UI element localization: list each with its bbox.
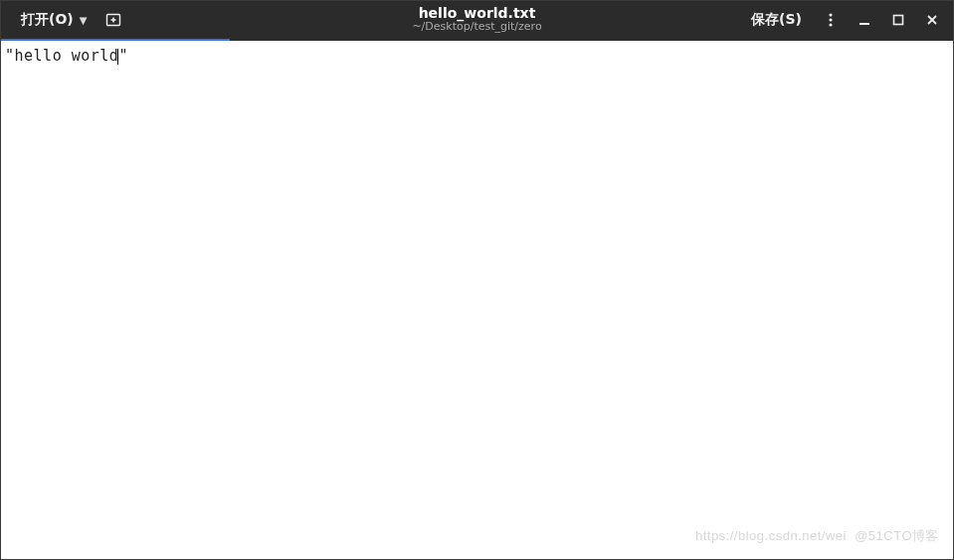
file-path: ~/Desktop/test_git/zero: [412, 22, 541, 34]
maximize-button[interactable]: [883, 6, 913, 34]
gedit-window: 打开(O) ▼ hello_world.txt ~/Desktop/test_g…: [0, 0, 954, 560]
chevron-down-icon: ▼: [80, 15, 88, 26]
titlebar-center: hello_world.txt ~/Desktop/test_git/zero: [412, 6, 541, 33]
close-icon: [925, 13, 939, 27]
title-bar: 打开(O) ▼ hello_world.txt ~/Desktop/test_g…: [1, 1, 953, 39]
svg-point-5: [829, 23, 832, 26]
svg-rect-7: [894, 16, 903, 25]
titlebar-left: 打开(O) ▼: [13, 6, 128, 34]
save-button[interactable]: 保存(S): [741, 6, 812, 34]
menu-dots-icon: [823, 12, 839, 28]
editor-text-before-cursor: "hello world: [5, 47, 118, 65]
editor-area[interactable]: "hello world" https://blog.csdn.net/wei …: [1, 41, 953, 559]
new-tab-button[interactable]: [98, 6, 128, 34]
new-tab-icon: [105, 12, 121, 28]
close-button[interactable]: [917, 6, 947, 34]
editor-text-after-cursor: ": [118, 47, 128, 65]
minimize-icon: [858, 13, 871, 27]
open-button-label: 打开(O): [21, 11, 74, 29]
svg-point-3: [829, 13, 832, 16]
minimize-button[interactable]: [850, 6, 879, 34]
titlebar-right: 保存(S): [741, 6, 947, 34]
svg-point-4: [829, 18, 832, 21]
save-button-label: 保存(S): [751, 11, 802, 29]
file-title: hello_world.txt: [419, 6, 536, 21]
svg-rect-6: [859, 23, 869, 25]
open-button[interactable]: 打开(O) ▼: [13, 6, 95, 34]
maximize-icon: [891, 13, 905, 27]
menu-button[interactable]: [816, 6, 846, 34]
watermark-text: https://blog.csdn.net/wei @51CTO博客: [695, 527, 939, 545]
